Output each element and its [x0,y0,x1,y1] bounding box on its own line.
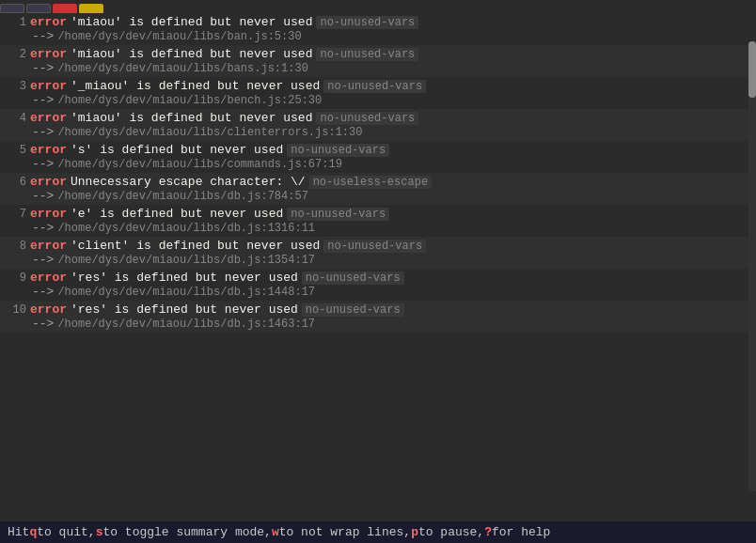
line-number: 6 [6,176,26,189]
line-number: 1 [6,16,26,29]
tab-eslint-server[interactable] [26,4,51,13]
error-rule: no-unused-vars [323,240,426,253]
error-rule: no-unused-vars [316,48,418,61]
error-message: 'res' is defined but never used [71,303,298,317]
error-path: /home/dys/dev/miaou/libs/bench.js:25:30 [57,94,322,107]
table-row: 5error 's' is defined but never used no-… [0,141,756,173]
status-text-help: for help [492,525,550,539]
arrow-icon: --> [32,317,54,331]
table-row: 8error 'client' is defined but never use… [0,237,756,269]
error-path: /home/dys/dev/miaou/libs/commands.js:67:… [57,158,341,171]
error-message: 'e' is defined but never used [71,207,283,221]
error-keyword: error [30,175,67,189]
error-message: 'miaou' is defined but never used [71,47,312,61]
error-message: 'res' is defined but never used [71,271,298,285]
scrollbar-thumb [748,41,756,98]
arrow-icon: --> [32,29,54,43]
table-row: 2error 'miaou' is defined but never used… [0,45,756,77]
error-keyword: error [30,15,67,29]
error-rule: no-unused-vars [323,80,426,93]
status-text-toggle: to toggle summary mode, [102,525,271,539]
error-path: /home/dys/dev/miaou/libs/ban.js:5:30 [57,30,301,43]
status-bar: Hit q to quit, s to toggle summary mode,… [0,521,756,543]
scrollbar[interactable] [748,41,756,491]
error-rule: no-unused-vars [316,112,418,125]
arrow-icon: --> [32,221,54,235]
error-keyword: error [30,239,67,253]
line-number: 9 [6,272,26,285]
arrow-icon: --> [32,61,54,75]
error-keyword: error [30,143,67,157]
error-message: 's' is defined but never used [71,143,283,157]
table-row: 3error '_miaou' is defined but never use… [0,77,756,109]
error-rule: no-unused-vars [302,272,404,285]
table-row: 6error Unnecessary escape character: \/ … [0,173,756,205]
status-key-s: s [96,525,103,539]
line-number: 7 [6,208,26,221]
status-text-wrap: to not wrap lines, [279,525,411,539]
error-rule: no-unused-vars [287,144,389,157]
table-row: 4error 'miaou' is defined but never used… [0,109,756,141]
error-path: /home/dys/dev/miaou/libs/db.js:1463:17 [57,318,315,331]
error-keyword: error [30,207,67,221]
error-path: /home/dys/dev/miaou/libs/db.js:784:57 [57,190,307,203]
error-list-container[interactable]: 1error 'miaou' is defined but never used… [0,13,756,333]
status-key-w: w [272,525,279,539]
status-key-q: q [29,525,37,539]
arrow-icon: --> [32,253,54,267]
table-row: 7error 'e' is defined but never used no-… [0,205,756,237]
arrow-icon: --> [32,125,54,139]
main-wrapper: 1error 'miaou' is defined but never used… [0,13,756,521]
status-text-quit: to quit, [37,525,95,539]
tab-bar [0,0,756,13]
error-keyword: error [30,79,67,93]
error-path: /home/dys/dev/miaou/libs/db.js:1354:17 [57,254,315,267]
tab-warnings[interactable] [79,4,103,13]
error-message: 'miaou' is defined but never used [71,111,312,125]
error-message: '_miaou' is defined but never used [71,79,320,93]
arrow-icon: --> [32,157,54,171]
error-rule: no-useless-escape [309,176,432,189]
line-number: 4 [6,112,26,125]
error-keyword: error [30,271,67,285]
line-number: 2 [6,48,26,61]
error-keyword: error [30,111,67,125]
error-keyword: error [30,303,67,317]
tab-errors[interactable] [53,4,77,13]
error-rule: no-unused-vars [316,16,418,29]
error-message: 'miaou' is defined but never used [71,15,312,29]
error-rule: no-unused-vars [287,208,389,221]
status-key-p: p [411,525,418,539]
error-list: 1error 'miaou' is defined but never used… [0,13,756,333]
arrow-icon: --> [32,189,54,203]
error-keyword: error [30,47,67,61]
line-number: 8 [6,240,26,253]
arrow-icon: --> [32,285,54,299]
arrow-icon: --> [32,93,54,107]
error-path: /home/dys/dev/miaou/libs/bans.js:1:30 [57,62,307,75]
line-number: 3 [6,80,26,93]
error-rule: no-unused-vars [302,303,404,317]
table-row: 10error 'res' is defined but never used … [0,301,756,333]
table-row: 1error 'miaou' is defined but never used… [0,13,756,45]
error-message: Unnecessary escape character: \/ [71,175,306,189]
line-number: 10 [6,303,26,317]
status-text-pause: to pause, [418,525,484,539]
table-row: 9error 'res' is defined but never used n… [0,269,756,301]
status-hit: Hit [8,525,29,539]
error-path: /home/dys/dev/miaou/libs/clienterrors.js… [57,126,362,139]
error-message: 'client' is defined but never used [71,239,320,253]
line-number: 5 [6,144,26,157]
status-key-help: ? [484,525,492,539]
error-path: /home/dys/dev/miaou/libs/db.js:1316:11 [57,222,315,235]
tab-miaou[interactable] [0,4,24,13]
error-path: /home/dys/dev/miaou/libs/db.js:1448:17 [57,286,315,299]
